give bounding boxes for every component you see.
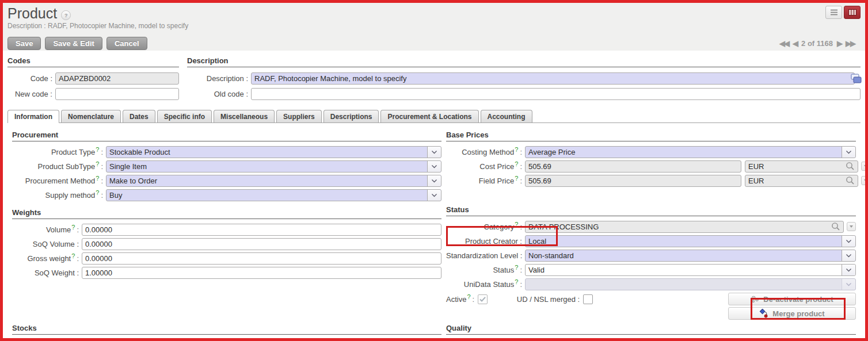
translate-icon[interactable]: [851, 74, 862, 85]
tab-accounting[interactable]: Accounting: [481, 110, 532, 122]
next-record-icon[interactable]: ▶: [837, 39, 842, 48]
new-code-label: New code :: [7, 90, 55, 98]
product-subtype-select[interactable]: Single Item: [106, 160, 441, 173]
supply-method-select[interactable]: Buy: [106, 189, 441, 201]
tab-procurement-locations[interactable]: Procurement & Locations: [380, 110, 478, 122]
active-label: Active?:: [446, 295, 474, 304]
chevron-down-icon[interactable]: [842, 236, 855, 247]
form-view-button[interactable]: [844, 6, 861, 19]
quality-header: Quality: [446, 323, 856, 335]
costing-method-label: Costing Method?:: [446, 148, 525, 156]
merge-icon: [759, 309, 769, 318]
save-button[interactable]: Save: [7, 37, 41, 50]
chevron-down-icon[interactable]: [427, 161, 441, 172]
description-field[interactable]: RADF, Photocopier Machine, model to spec…: [251, 72, 855, 85]
help-icon: ?: [515, 221, 518, 228]
deactivate-product-button[interactable]: De-activate product: [728, 293, 856, 305]
currency-dropdown-icon[interactable]: [861, 162, 868, 171]
cost-price-currency-field: EUR: [745, 160, 858, 173]
stocks-section: Stocks Real Stock?: 0: [12, 323, 441, 341]
last-record-icon[interactable]: ▶▶: [846, 39, 855, 48]
category-field: DATA PROCESSING: [525, 221, 844, 233]
old-code-label: Old code :: [187, 90, 251, 98]
check-icon: [479, 296, 486, 302]
standardization-level-select[interactable]: Non-standard: [525, 250, 856, 262]
first-record-icon[interactable]: ◀◀: [779, 39, 789, 48]
soq-volume-field[interactable]: 0.00000: [82, 238, 441, 250]
chevron-down-icon[interactable]: [842, 265, 855, 275]
weights-section: Weights Volume?: 0.00000 SoQ Volume : 0.…: [12, 208, 441, 278]
help-icon: ?: [71, 224, 75, 231]
tab-miscellaneous[interactable]: Miscellaneous: [214, 110, 275, 122]
chevron-down-icon: [842, 279, 855, 290]
status-label: Status?:: [446, 266, 525, 274]
tab-nomenclature[interactable]: Nomenclature: [61, 110, 121, 122]
help-icon: ?: [96, 175, 99, 182]
merge-product-button[interactable]: Merge product: [728, 307, 856, 320]
chevron-down-icon[interactable]: [842, 250, 855, 261]
soq-weight-field[interactable]: 1.00000: [82, 267, 441, 279]
cost-price-label: Cost Price?:: [446, 162, 525, 171]
tab-specific-info[interactable]: Specific info: [157, 110, 212, 122]
search-icon[interactable]: [831, 222, 840, 231]
chevron-down-icon[interactable]: [427, 175, 441, 186]
tab-suppliers[interactable]: Suppliers: [276, 110, 322, 122]
codes-group: Codes Code : ADAPZBD0002 New code :: [7, 56, 179, 104]
unidata-status-select: [525, 278, 856, 290]
title-help-icon[interactable]: ?: [61, 10, 71, 20]
costing-method-select[interactable]: Average Price: [525, 146, 856, 158]
prev-record-icon[interactable]: ◀: [793, 39, 797, 48]
old-code-field[interactable]: [251, 88, 861, 100]
soq-volume-label: SoQ Volume :: [12, 240, 82, 248]
procurement-method-select[interactable]: Make to Order: [106, 175, 441, 187]
volume-field[interactable]: 0.00000: [82, 224, 441, 236]
help-icon: ?: [515, 264, 518, 271]
help-icon: ?: [96, 146, 99, 153]
tab-dates[interactable]: Dates: [123, 110, 155, 122]
tab-information[interactable]: Information: [7, 110, 59, 123]
procurement-section: Procurement Product Type?: Stockable Pro…: [12, 130, 441, 201]
status-select[interactable]: Valid: [525, 264, 856, 276]
gross-weight-field[interactable]: 0.00000: [82, 252, 441, 265]
gears-icon: [751, 295, 760, 304]
product-creator-label: Product Creator :: [446, 237, 525, 246]
new-code-field[interactable]: [55, 88, 179, 100]
chevron-down-icon[interactable]: [427, 147, 441, 158]
product-subtype-label: Product SubType?:: [12, 162, 106, 171]
description-group: Description Description : RADF, Photocop…: [187, 56, 861, 104]
currency-dropdown-icon[interactable]: [861, 176, 868, 185]
code-label: Code :: [7, 74, 55, 83]
procurement-header: Procurement: [12, 130, 441, 141]
product-creator-select[interactable]: Local: [525, 235, 856, 247]
chevron-down-icon[interactable]: [427, 190, 441, 201]
description-group-header: Description: [187, 56, 861, 67]
record-pager: ◀◀ ◀ 2 of 1168 ▶ ▶▶: [779, 39, 861, 48]
base-prices-header: Base Prices: [446, 130, 856, 141]
cancel-button[interactable]: Cancel: [106, 37, 147, 50]
chevron-down-icon[interactable]: [842, 147, 855, 158]
status-header: Status: [446, 205, 856, 216]
procurement-method-label: Procurement Method?:: [12, 177, 106, 185]
ud-nsl-merged-checkbox[interactable]: [583, 294, 593, 304]
help-icon: ?: [515, 146, 518, 153]
search-icon[interactable]: [846, 176, 855, 185]
help-icon: ?: [467, 293, 470, 300]
list-view-button[interactable]: [825, 6, 842, 19]
save-edit-button[interactable]: Save & Edit: [45, 37, 102, 50]
tab-descriptions[interactable]: Descriptions: [323, 110, 379, 122]
record-description: Description : RADF, Photocopier Machine,…: [7, 22, 861, 30]
help-icon: ?: [515, 278, 518, 285]
help-icon: ?: [96, 160, 99, 167]
standardization-level-label: Standardization Level :: [446, 251, 525, 260]
gross-weight-label: Gross weight?:: [12, 254, 82, 263]
field-price-currency-field: EUR: [745, 175, 858, 187]
stocks-header: Stocks: [12, 323, 441, 335]
form-view-icon: [848, 9, 856, 16]
code-field: ADAPZBD0002: [55, 72, 179, 85]
weights-header: Weights: [12, 208, 441, 219]
field-price-field: 505.69: [525, 175, 741, 187]
category-dropdown-icon[interactable]: [847, 222, 856, 231]
product-type-select[interactable]: Stockable Product: [106, 146, 441, 158]
search-icon[interactable]: [846, 162, 855, 171]
view-switcher: [825, 6, 861, 19]
